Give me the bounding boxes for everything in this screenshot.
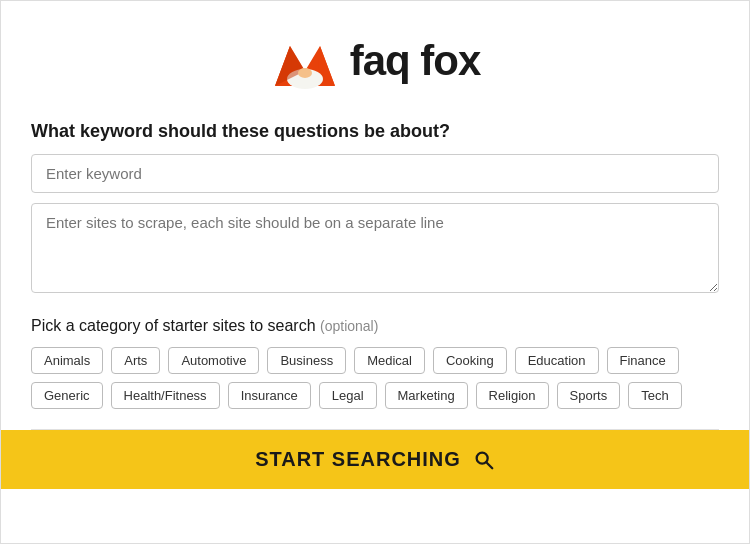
svg-point-5 bbox=[298, 68, 312, 78]
category-label: Pick a category of starter sites to sear… bbox=[31, 317, 719, 335]
svg-line-7 bbox=[486, 462, 492, 468]
search-icon bbox=[473, 449, 495, 471]
optional-label: (optional) bbox=[320, 318, 378, 334]
category-tag[interactable]: Education bbox=[515, 347, 599, 374]
category-tag[interactable]: Religion bbox=[476, 382, 549, 409]
category-tag[interactable]: Medical bbox=[354, 347, 425, 374]
category-tag[interactable]: Health/Fitness bbox=[111, 382, 220, 409]
category-tag[interactable]: Legal bbox=[319, 382, 377, 409]
category-tag[interactable]: Tech bbox=[628, 382, 681, 409]
main-container: faq fox What keyword should these questi… bbox=[0, 0, 750, 544]
logo: faq fox bbox=[270, 31, 481, 91]
search-button-label: START SEARCHING bbox=[255, 448, 461, 471]
category-tag[interactable]: Sports bbox=[557, 382, 621, 409]
category-tag[interactable]: Business bbox=[267, 347, 346, 374]
keyword-input[interactable] bbox=[31, 154, 719, 193]
category-tag[interactable]: Automotive bbox=[168, 347, 259, 374]
category-tag[interactable]: Marketing bbox=[385, 382, 468, 409]
category-tag[interactable]: Generic bbox=[31, 382, 103, 409]
category-tag[interactable]: Animals bbox=[31, 347, 103, 374]
question-label: What keyword should these questions be a… bbox=[31, 121, 719, 142]
header: faq fox bbox=[31, 31, 719, 91]
category-label-text: Pick a category of starter sites to sear… bbox=[31, 317, 316, 334]
logo-text: faq fox bbox=[350, 37, 481, 85]
fox-logo-icon bbox=[270, 31, 340, 91]
tags-container: AnimalsArtsAutomotiveBusinessMedicalCook… bbox=[31, 347, 719, 409]
category-tag[interactable]: Arts bbox=[111, 347, 160, 374]
bottom-bar: START SEARCHING bbox=[1, 430, 749, 489]
category-tag[interactable]: Insurance bbox=[228, 382, 311, 409]
sites-textarea[interactable] bbox=[31, 203, 719, 293]
category-tag[interactable]: Cooking bbox=[433, 347, 507, 374]
start-searching-button[interactable]: START SEARCHING bbox=[1, 430, 749, 489]
category-tag[interactable]: Finance bbox=[607, 347, 679, 374]
